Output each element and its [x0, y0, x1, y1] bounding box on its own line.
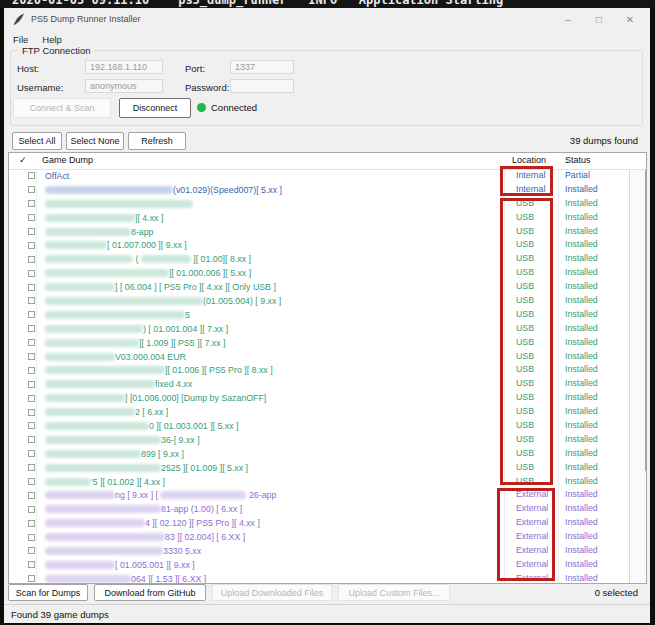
table-row[interactable]: ][ 01.006 ][ PS5 Pro ][ 8.xx ] USB Insta…: [9, 363, 629, 377]
row-checkbox[interactable]: [28, 214, 35, 221]
row-checkbox[interactable]: [28, 367, 35, 374]
location-cell: USB: [516, 309, 534, 319]
upload-custom-files-button[interactable]: Upload Custom Files...: [338, 584, 450, 601]
location-cell: External: [516, 489, 548, 499]
table-row[interactable]: ) [ 01.001.004 ][ 7.xx ] USB Installed: [9, 322, 629, 336]
row-checkbox[interactable]: [28, 492, 35, 499]
row-checkbox[interactable]: [28, 186, 35, 193]
select-all-button[interactable]: Select All: [12, 132, 62, 150]
table-row[interactable]: USB Installed: [9, 197, 629, 211]
minimize-icon[interactable]: –: [558, 9, 578, 29]
connect-scan-button[interactable]: Connect & Scan: [13, 98, 111, 118]
redacted-name-blur: [45, 422, 149, 430]
table-row[interactable]: 064 ][ 1.53 ][ 6.XX ] External Installed: [9, 572, 629, 583]
row-checkbox[interactable]: [28, 381, 35, 388]
table-row[interactable]: V03.000.004 EUR USB Installed: [9, 350, 629, 364]
scan-for-dumps-button[interactable]: Scan for Dumps: [8, 584, 88, 601]
row-checkbox[interactable]: [28, 256, 35, 263]
row-checkbox[interactable]: [28, 422, 35, 429]
header-game-dump[interactable]: Game Dump: [42, 155, 93, 165]
table-row[interactable]: 36-[ 9.xx ] USB Installed: [9, 433, 629, 447]
menu-help[interactable]: Help: [42, 34, 62, 45]
game-dump-name: ] [01.006.000] [Dump by SazanOFF]: [45, 393, 266, 403]
location-cell: USB: [516, 378, 534, 388]
table-row[interactable]: fixed 4.xx USB Installed: [9, 377, 629, 391]
window-title: PS5 Dump Runner Installer: [31, 14, 141, 24]
table-row[interactable]: 899 [ 9.xx ] USB Installed: [9, 447, 629, 461]
row-checkbox[interactable]: [28, 172, 35, 179]
close-icon[interactable]: ✕: [620, 9, 640, 29]
row-checkbox[interactable]: [28, 284, 35, 291]
redacted-name-blur: [141, 255, 191, 263]
table-row[interactable]: OffAct Internal Partial: [9, 169, 629, 183]
refresh-button[interactable]: Refresh: [128, 132, 186, 150]
table-row[interactable]: ][ 1.009 ][ PS5 ][ 7.xx ] USB Installed: [9, 336, 629, 350]
row-checkbox[interactable]: [28, 270, 35, 277]
redacted-name-blur: [45, 214, 135, 222]
row-checkbox[interactable]: [28, 464, 35, 471]
header-location[interactable]: Location: [512, 155, 546, 165]
row-checkbox[interactable]: [28, 311, 35, 318]
maximize-icon[interactable]: □: [589, 9, 609, 29]
row-checkbox[interactable]: [28, 534, 35, 541]
table-row[interactable]: ] [ 06.004 ] [ PS5 Pro ][ 4.xx ][ Only U…: [9, 280, 629, 294]
host-input[interactable]: [85, 60, 163, 74]
row-checkbox[interactable]: [28, 353, 35, 360]
row-checkbox[interactable]: [28, 395, 35, 402]
table-row[interactable]: 83 ][ 02.004] [ 6.XX ] External Installe…: [9, 530, 629, 544]
menu-file[interactable]: File: [13, 34, 28, 45]
row-checkbox[interactable]: [28, 450, 35, 457]
table-row[interactable]: 5 USB Installed: [9, 308, 629, 322]
row-checkbox[interactable]: [28, 436, 35, 443]
table-row[interactable]: 4 ][ 02.120 ][ PS5 Pro ][ 4.xx ] Externa…: [9, 516, 629, 530]
table-row[interactable]: [ 01.005.001 ][ 9.xx ] External Installe…: [9, 558, 629, 572]
status-bar: Found 39 game dumps: [4, 604, 650, 623]
table-row[interactable]: (v01.029)(Speed007)[ 5.xx ] Internal Ins…: [9, 183, 629, 197]
table-row[interactable]: 2 [ 6.xx ] USB Installed: [9, 405, 629, 419]
row-checkbox[interactable]: [28, 561, 35, 568]
row-checkbox[interactable]: [28, 228, 35, 235]
row-checkbox[interactable]: [28, 547, 35, 554]
row-checkbox[interactable]: [28, 200, 35, 207]
upload-downloaded-files-button[interactable]: Upload Downloaded Files: [212, 584, 332, 601]
table-row[interactable]: 0 ][ 01.003.001 ][ 5.xx ] USB Installed: [9, 419, 629, 433]
row-checkbox[interactable]: [28, 325, 35, 332]
row-checkbox[interactable]: [28, 478, 35, 485]
table-row[interactable]: [ 01.007.000 ][ 9.xx ] USB Installed: [9, 238, 629, 252]
location-cell: USB: [516, 420, 534, 430]
download-from-github-button[interactable]: Download from GitHub: [94, 584, 206, 601]
row-checkbox[interactable]: [28, 575, 35, 582]
table-row[interactable]: 2525 ][ 01.009 ][ 5.xx ] USB Installed: [9, 461, 629, 475]
redacted-name-blur: [45, 450, 141, 458]
game-dump-name: 4 ][ 02.120 ][ PS5 Pro ][ 4.xx ]: [45, 518, 260, 528]
row-checkbox[interactable]: [28, 506, 35, 513]
row-checkbox[interactable]: [28, 297, 35, 304]
table-row[interactable]: ][ 4.xx ] USB Installed: [9, 211, 629, 225]
select-none-button[interactable]: Select None: [66, 132, 124, 150]
table-row[interactable]: '5 ][ 01.002 ][ 4.xx ] USB Installed: [9, 475, 629, 489]
table-row[interactable]: 8-app USB Installed: [9, 225, 629, 239]
table-row[interactable]: (01.005.004) [ 9.xx ] USB Installed: [9, 294, 629, 308]
game-dump-name: (01.005.004) [ 9.xx ]: [45, 296, 281, 306]
screenshot-stage: 2020-01-05 09:11:10 ps5_dump_runner INFO…: [0, 0, 655, 625]
table-row[interactable]: ( ][ 01.00][ 8.xx ] USB Installed: [9, 252, 629, 266]
game-dump-text: (: [133, 254, 141, 264]
table-row[interactable]: 3330 5.xx External Installed: [9, 544, 629, 558]
row-checkbox[interactable]: [28, 242, 35, 249]
header-check-icon[interactable]: ✓: [19, 155, 27, 165]
header-status[interactable]: Status: [565, 155, 591, 165]
port-input[interactable]: [230, 60, 294, 74]
table-row[interactable]: ][ 01.000.006 ][ 5.xx ] USB Installed: [9, 266, 629, 280]
scrollbar-thumb[interactable]: [645, 163, 647, 471]
row-checkbox[interactable]: [28, 339, 35, 346]
username-input[interactable]: [85, 79, 163, 93]
password-input[interactable]: [230, 79, 294, 93]
table-row[interactable]: 81-app (1.00) [ 6.xx ] External Installe…: [9, 502, 629, 516]
row-checkbox[interactable]: [28, 520, 35, 527]
row-checkbox[interactable]: [28, 409, 35, 416]
table-row[interactable]: ng [ 9.xx ] [ 26-app External Installed: [9, 488, 629, 502]
game-dump-text: 064 ][ 1.53 ][ 6.XX ]: [131, 574, 206, 583]
disconnect-button[interactable]: Disconnect: [119, 98, 191, 118]
table-row[interactable]: ] [01.006.000] [Dump by SazanOFF] USB In…: [9, 391, 629, 405]
location-cell: USB: [516, 351, 534, 361]
